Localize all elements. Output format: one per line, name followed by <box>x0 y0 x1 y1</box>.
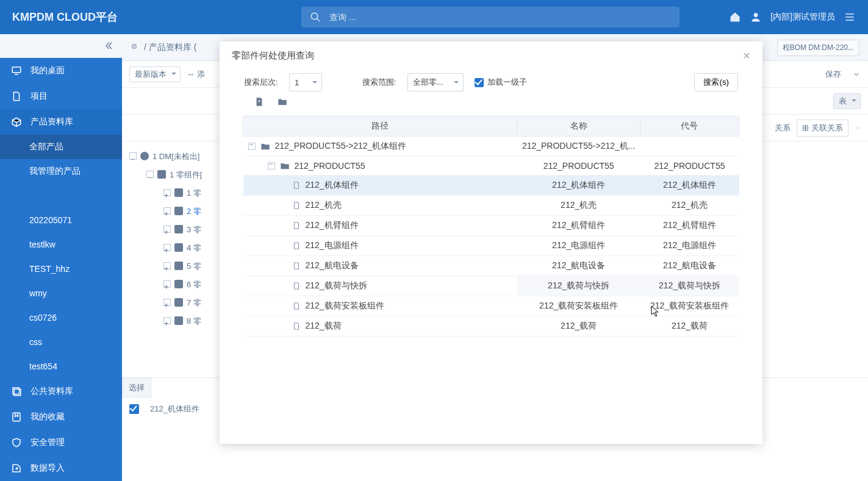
sidebar-subitem-6[interactable]: wmy <box>0 281 122 305</box>
result-table: 路径 名称 代号 212_PRODUCT55->212_机体组件212_PROD… <box>220 116 762 444</box>
sidebar-item-4[interactable]: 我的收藏 <box>0 404 122 430</box>
sidebar-subitem-7[interactable]: cs0726 <box>0 305 122 330</box>
name-cell: 212_PRODUCT55->212_机... <box>517 137 640 157</box>
name-cell: 212_载荷与快拆 <box>517 276 640 296</box>
save-button[interactable]: 保存 <box>825 69 841 80</box>
scope-select[interactable]: 全部零... <box>407 73 464 91</box>
sidebar-item-0[interactable]: 我的桌面 <box>0 58 122 84</box>
path-text: 212_PRODUCT55->212_机体组件 <box>275 141 407 152</box>
folder-icon <box>260 142 270 151</box>
desktop-icon <box>11 65 22 76</box>
sidebar-subitem-1[interactable]: 我管理的产品 <box>0 159 122 183</box>
name-cell: 212_航电设备 <box>517 256 640 276</box>
search-icon <box>310 12 321 23</box>
name-cell: 212_电源组件 <box>517 236 640 256</box>
path-text: 212_机体组件 <box>306 180 359 191</box>
sidebar-subitem-2[interactable] <box>0 183 122 208</box>
import-icon <box>11 463 22 474</box>
table-row[interactable]: 212_载荷安装板组件212_载荷安装板组件212_载荷安装板组件 <box>243 296 739 316</box>
sidebar-subitem-0[interactable]: 全部产品 <box>0 135 122 159</box>
search-input[interactable] <box>329 12 671 22</box>
code-cell: 212_机臂组件 <box>640 216 739 236</box>
path-text: 212_机壳 <box>306 200 342 211</box>
sidebar-item-label: 产品资料库 <box>30 116 73 127</box>
pin-icon <box>129 43 139 52</box>
table-row[interactable]: 212_机壳212_机壳212_机壳 <box>243 196 739 216</box>
brand-title: KMPDM CLOUD平台 <box>12 10 118 24</box>
name-cell: 212_载荷安装板组件 <box>517 296 640 316</box>
chevron-right-icon[interactable] <box>855 124 861 132</box>
open-folder-icon[interactable] <box>277 96 288 107</box>
sidebar-collapse[interactable] <box>0 34 122 58</box>
col-code: 代号 <box>640 116 739 137</box>
sidebar-subitem-3[interactable]: 202205071 <box>0 208 122 232</box>
sidebar-item-label: 我的桌面 <box>30 65 65 76</box>
username[interactable]: [内部]测试管理员 <box>770 12 835 23</box>
filter-select[interactable]: 表 <box>833 93 861 109</box>
close-button[interactable]: × <box>743 49 750 63</box>
table-row[interactable]: 212_PRODUCT55->212_机体组件212_PRODUCT55->21… <box>243 137 739 157</box>
document-icon <box>292 201 301 210</box>
sidebar-item-1[interactable]: 项目 <box>0 84 122 109</box>
table-row[interactable]: 212_载荷与快拆212_载荷与快拆212_载荷与快拆 <box>243 276 739 296</box>
user-icon[interactable] <box>750 11 762 23</box>
sidebar-subitem-9[interactable]: test654 <box>0 354 122 379</box>
document-icon <box>292 262 301 270</box>
add-item[interactable]: ↔ 添 <box>187 69 205 80</box>
home-icon[interactable] <box>729 11 741 23</box>
sidebar-subitem-5[interactable]: TEST_hhz <box>0 257 122 281</box>
path-text: 212_载荷安装板组件 <box>306 301 384 312</box>
sidebar-subitem-4[interactable]: testlkw <box>0 232 122 257</box>
table-row[interactable]: 212_机体组件212_机体组件212_机体组件 <box>243 176 739 196</box>
tab-partial[interactable]: 程BOM DM:DM-220... <box>777 40 859 56</box>
level-select[interactable]: 1 <box>289 73 322 91</box>
new-file-icon[interactable] <box>254 96 265 107</box>
path-text: 212_载荷与快拆 <box>306 280 367 291</box>
sidebar-item-label: 公共资料库 <box>30 386 73 397</box>
dialog-form: 搜索层次: 1 搜索范围: 全部零... 加载一级子 搜索(s) <box>220 69 762 116</box>
sidebar-subitem-8[interactable]: css <box>0 330 122 354</box>
shield-icon <box>11 437 22 448</box>
name-cell: 212_PRODUCT55 <box>517 157 640 176</box>
document-icon <box>292 282 301 290</box>
col-path: 路径 <box>243 116 517 137</box>
sidebar-item-2[interactable]: 产品资料库 <box>0 109 122 135</box>
document-icon <box>292 221 301 230</box>
load-checkbox[interactable]: 加载一级子 <box>475 77 527 88</box>
svg-rect-7 <box>13 413 20 421</box>
table-row[interactable]: 212_机臂组件212_机臂组件212_机臂组件 <box>243 216 739 236</box>
sidebar-item-5[interactable]: 安全管理 <box>0 430 122 455</box>
sidebar-item-6[interactable]: 数据导入 <box>0 455 122 481</box>
code-cell: 212_机体组件 <box>640 176 739 196</box>
chevron-down-icon[interactable] <box>852 70 861 79</box>
breadcrumb-text: / 产品资料库 ( <box>144 42 196 53</box>
dialog-title: 零部件何处使用查询 <box>232 50 314 62</box>
table-row[interactable]: 212_航电设备212_航电设备212_航电设备 <box>243 256 739 276</box>
menu-icon[interactable] <box>844 11 856 23</box>
collapse-icon <box>102 40 113 51</box>
code-cell: 212_机壳 <box>640 196 739 216</box>
table-row[interactable]: 212_载荷212_载荷212_载荷 <box>243 316 739 337</box>
folder-icon <box>280 162 290 170</box>
table-row[interactable]: 212_电源组件212_电源组件212_电源组件 <box>243 236 739 256</box>
sidebar-item-label: 数据导入 <box>30 463 65 474</box>
code-cell: 212_航电设备 <box>640 256 739 276</box>
toggle-icon[interactable] <box>248 143 256 150</box>
toggle-icon[interactable] <box>268 162 275 169</box>
right-tabs: 程BOM DM:DM-220... <box>775 34 868 61</box>
project-icon <box>11 91 22 102</box>
top-header: KMPDM CLOUD平台 [内部]测试管理员 <box>0 0 868 34</box>
sidebar-item-label: 安全管理 <box>30 437 65 448</box>
table-row[interactable]: 212_PRODUCT55212_PRODUCT55212_PRODUCT55 <box>243 157 739 176</box>
path-text: 212_载荷 <box>306 321 342 332</box>
search-button[interactable]: 搜索(s) <box>694 73 738 91</box>
search-box[interactable] <box>301 7 680 27</box>
svg-rect-11 <box>259 101 259 102</box>
checkbox-icon[interactable] <box>129 404 139 414</box>
version-select[interactable]: 最新版本 <box>129 66 181 82</box>
code-cell <box>640 137 739 157</box>
relation-button-1[interactable]: 关系 <box>775 123 791 134</box>
sidebar-item-3[interactable]: 公共资料库 <box>0 379 122 404</box>
code-cell: 212_PRODUCT55 <box>640 157 739 176</box>
relation-button-2[interactable]: ⊞ 关联关系 <box>797 119 848 137</box>
